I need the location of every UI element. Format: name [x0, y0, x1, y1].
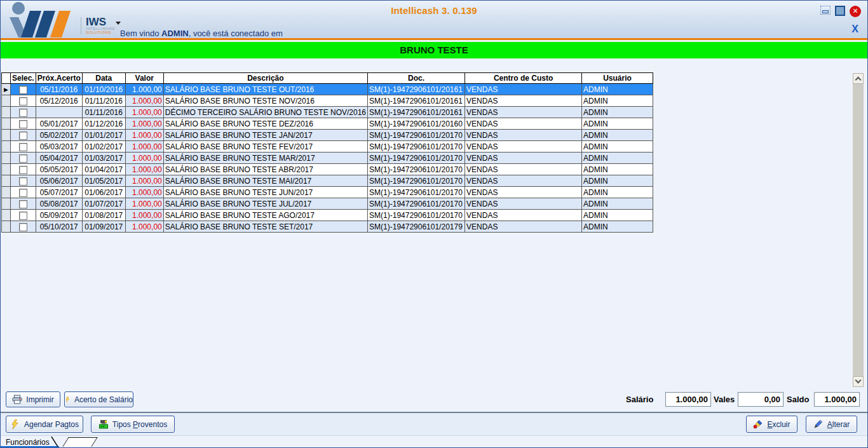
descricao-cell: SALÁRIO BASE BRUNO TESTE OUT/2016 — [163, 84, 367, 95]
acerto-de-salario-button[interactable]: Acerto de Salário — [64, 391, 133, 407]
row-indicator-cell: ▶ — [2, 84, 11, 95]
usuario-cell: ADMIN — [582, 175, 653, 187]
usuario-cell: ADMIN — [582, 118, 653, 130]
mdi-close-button[interactable]: X — [851, 24, 858, 35]
minimize-button[interactable] — [820, 6, 831, 15]
table-row[interactable]: 05/12/201601/11/20161.000,00SALÁRIO BASE… — [2, 95, 653, 107]
row-checkbox[interactable] — [19, 223, 27, 231]
table-row[interactable]: 05/10/201701/09/20171.000,00SALÁRIO BASE… — [2, 221, 653, 233]
table-row[interactable]: 05/05/201701/04/20171.000,00SALÁRIO BASE… — [2, 164, 653, 175]
descricao-cell: SALÁRIO BASE BRUNO TESTE DEZ/2016 — [163, 118, 367, 130]
prox-acerto-cell: 05/04/2017 — [36, 153, 82, 164]
alterar-button[interactable]: Alterar — [806, 416, 857, 433]
valor-cell: 1.000,00 — [125, 130, 163, 141]
usuario-cell: ADMIN — [582, 107, 653, 118]
usuario-cell: ADMIN — [582, 164, 653, 175]
row-checkbox[interactable] — [19, 86, 27, 94]
table-row[interactable]: 05/09/201701/08/20171.000,00SALÁRIO BASE… — [2, 210, 653, 221]
saldo-label: Saldo — [787, 395, 809, 404]
bottom-tab-empty[interactable] — [62, 437, 97, 447]
scroll-up-button[interactable] — [853, 73, 864, 84]
usuario-cell: ADMIN — [582, 187, 653, 198]
imprimir-button[interactable]: Imprimir — [6, 391, 60, 407]
column-header[interactable]: Descrição — [163, 73, 367, 84]
table-row[interactable]: 05/01/201701/12/20161.000,00SALÁRIO BASE… — [2, 118, 653, 130]
row-checkbox[interactable] — [19, 143, 27, 151]
table-row[interactable]: 05/02/201701/01/20171.000,00SALÁRIO BASE… — [2, 130, 653, 141]
maximize-button[interactable] — [835, 6, 845, 16]
chevron-up-icon — [855, 77, 862, 83]
logo-line2: SOLUTIONS — [86, 31, 115, 34]
agendar-pagtos-button[interactable]: Agendar Pagtos — [6, 416, 83, 433]
selec-cell — [11, 118, 36, 130]
logo-dropdown-caret-icon[interactable] — [116, 22, 121, 25]
descricao-cell: SALÁRIO BASE BRUNO TESTE ABR/2017 — [163, 164, 367, 175]
usuario-cell: ADMIN — [582, 210, 653, 221]
row-checkbox[interactable] — [19, 109, 27, 117]
row-indicator-cell — [2, 107, 11, 118]
title-bar: Intellicash 3. 0.139 ✕ X IWS INTELLIWARE… — [1, 1, 867, 40]
column-header[interactable]: Valor — [125, 73, 163, 84]
saldo-field[interactable]: 1.000,00 — [814, 392, 860, 407]
table-row[interactable]: 05/08/201701/07/20171.000,00SALÁRIO BASE… — [2, 198, 653, 210]
descricao-cell: DÉCIMO TERCEIRO SALÁRIO BRUNO TESTE NOV/… — [163, 107, 367, 118]
centro-custo-cell: VENDAS — [465, 118, 582, 130]
vertical-scrollbar[interactable] — [853, 73, 864, 387]
iws-logo-text: IWS INTELLIWARE SOLUTIONS — [81, 17, 115, 34]
bottom-tab-funcionarios[interactable]: Funcionários — [1, 436, 59, 448]
vales-label: Vales — [714, 395, 735, 404]
row-checkbox[interactable] — [19, 212, 27, 220]
data-cell: 01/06/2017 — [82, 187, 125, 198]
row-checkbox[interactable] — [19, 120, 27, 128]
data-cell: 01/04/2017 — [82, 164, 125, 175]
close-button[interactable]: ✕ — [850, 6, 861, 17]
centro-custo-cell: VENDAS — [465, 153, 582, 164]
usuario-cell: ADMIN — [582, 84, 653, 95]
column-header[interactable]: Centro de Custo — [465, 73, 582, 84]
descricao-cell: SALÁRIO BASE BRUNO TESTE MAI/2017 — [163, 175, 367, 187]
prox-acerto-cell: 05/09/2017 — [36, 210, 82, 221]
excluir-button[interactable]: Excluir — [746, 416, 797, 433]
row-checkbox[interactable] — [19, 97, 27, 105]
selec-cell — [11, 84, 36, 95]
usuario-cell: ADMIN — [582, 95, 653, 107]
selec-cell — [11, 164, 36, 175]
vales-field[interactable]: 0,00 — [738, 392, 783, 407]
salario-field[interactable]: 1.000,00 — [665, 392, 711, 407]
cash-register-icon — [98, 419, 109, 429]
pencil-icon — [813, 419, 824, 429]
row-checkbox[interactable] — [19, 166, 27, 174]
table-row[interactable]: 01/11/20161.000,00DÉCIMO TERCEIRO SALÁRI… — [2, 107, 653, 118]
prox-acerto-cell: 05/08/2017 — [36, 198, 82, 210]
valor-cell: 1.000,00 — [125, 141, 163, 153]
descricao-cell: SALÁRIO BASE BRUNO TESTE JUN/2017 — [163, 187, 367, 198]
valor-cell: 1.000,00 — [125, 84, 163, 95]
tab-label: Funcionários Pagtos — [10, 59, 33, 72]
selec-cell — [11, 107, 36, 118]
table-row[interactable]: 05/04/201701/03/20171.000,00SALÁRIO BASE… — [2, 153, 653, 164]
table-row[interactable]: ▶05/11/201601/10/20161.000,00SALÁRIO BAS… — [2, 84, 653, 95]
column-header[interactable]: Doc. — [368, 73, 465, 84]
row-indicator-cell — [2, 141, 11, 153]
column-header[interactable]: Próx.Acerto — [36, 73, 82, 84]
row-checkbox[interactable] — [19, 200, 27, 208]
row-checkbox[interactable] — [19, 177, 27, 186]
column-header[interactable]: Selec. — [11, 73, 36, 84]
row-checkbox[interactable] — [19, 189, 27, 197]
scroll-down-button[interactable] — [853, 376, 864, 387]
descricao-cell: SALÁRIO BASE BRUNO TESTE SET/2017 — [163, 221, 367, 233]
table-row[interactable]: 05/06/201701/05/20171.000,00SALÁRIO BASE… — [2, 175, 653, 187]
centro-custo-cell: VENDAS — [465, 141, 582, 153]
table-row[interactable]: 05/07/201701/06/20171.000,00SALÁRIO BASE… — [2, 187, 653, 198]
doc-cell: SM(1)-19472906101/20179 — [368, 221, 465, 233]
row-checkbox[interactable] — [19, 132, 27, 140]
iws-logo-mark — [4, 2, 78, 39]
column-header[interactable]: Usuário — [582, 73, 653, 84]
table-row[interactable]: 05/03/201701/02/20171.000,00SALÁRIO BASE… — [2, 141, 653, 153]
column-header[interactable]: Data — [82, 73, 125, 84]
usuario-cell: ADMIN — [582, 198, 653, 210]
selec-cell — [11, 210, 36, 221]
tipos-proventos-button[interactable]: Tipos Proventos — [91, 416, 175, 433]
row-checkbox[interactable] — [19, 154, 27, 163]
row-indicator-cell — [2, 118, 11, 130]
